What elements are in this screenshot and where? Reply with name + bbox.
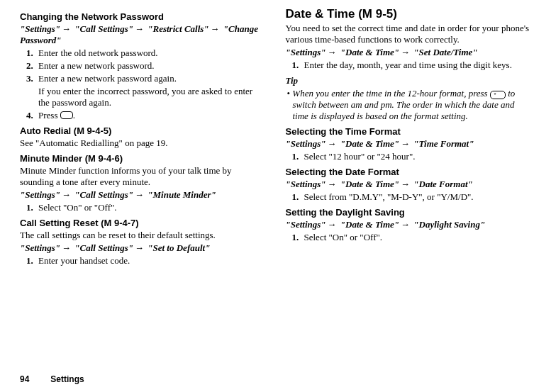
arrow-icon: → <box>399 47 411 57</box>
path-seg: "Time Format" <box>413 138 474 149</box>
step: Enter a new network password. <box>35 60 266 72</box>
page-footer: 94Settings <box>20 374 84 384</box>
path-seg: "Date & Time" <box>340 179 399 189</box>
heading-date-format: Selecting the Date Format <box>286 167 532 177</box>
footer-section: Settings <box>50 374 84 384</box>
heading-auto-redial: Auto Redial (M 9-4-5) <box>20 125 266 136</box>
path-seg: "Set to Default" <box>148 242 210 253</box>
path-seg: "Date & Time" <box>340 47 399 57</box>
step-text: Press <box>38 110 60 121</box>
body-auto-redial: See "Automatic Redialling" on page 19. <box>20 138 266 149</box>
path-seg: "Daylight Saving" <box>413 219 485 230</box>
tip-body: • When you enter the time in the 12-hour… <box>286 88 532 122</box>
step: Select "On" or "Off". <box>301 232 532 243</box>
intro-date-time: You need to set the correct time and dat… <box>286 23 532 45</box>
arrow-icon: → <box>60 189 72 200</box>
heading-text: Auto Redial <box>20 125 74 136</box>
path-seg: "Settings" <box>20 242 60 253</box>
menu-code: (M 9-4-5) <box>74 125 111 136</box>
heading-minute-minder: Minute Minder (M 9-4-6) <box>20 153 266 164</box>
step: Select from "D.M.Y", "M-D-Y", or "Y/M/D"… <box>301 191 532 203</box>
step-text: Enter a new network password again. <box>38 73 177 84</box>
path-seg: "Date & Time" <box>340 138 399 149</box>
path-seg: "Call Settings" <box>74 23 133 34</box>
arrow-icon: → <box>60 23 72 34</box>
steps-change-password: Enter the old network password. Enter a … <box>20 47 266 121</box>
step-text: . <box>73 110 75 121</box>
arrow-icon: → <box>399 138 411 149</box>
path-seg: "Call Settings" <box>74 242 133 253</box>
steps-set-datetime: Enter the day, month, year and time usin… <box>286 60 532 71</box>
steps-minute-minder: Select "On" or "Off". <box>20 202 266 213</box>
path-seg: "Set Date/Time" <box>413 47 477 57</box>
heading-text: Minute Minder <box>20 153 85 164</box>
tip-heading: Tip <box>286 75 532 86</box>
path-seg: "Settings" <box>20 189 60 200</box>
steps-date-format: Select from "D.M.Y", "M-D-Y", or "Y/M/D"… <box>286 191 532 203</box>
path-seg: "Settings" <box>20 23 60 34</box>
steps-daylight-saving: Select "On" or "Off". <box>286 232 532 243</box>
body-call-setting-reset: The call settings can be reset to their … <box>20 230 266 241</box>
heading-change-password: Changing the Network Password <box>20 11 266 22</box>
heading-text: Date & Time <box>286 7 359 21</box>
step: Enter the day, month, year and time usin… <box>301 60 532 71</box>
step: Select "12 hour" or "24 hour". <box>301 151 532 162</box>
path-seg: "Settings" <box>286 179 326 189</box>
arrow-icon: → <box>326 179 338 189</box>
path-call-setting-reset: "Settings"→ "Call Settings"→ "Set to Def… <box>20 242 266 254</box>
arrow-icon: → <box>399 179 411 189</box>
path-seg: "Restrict Calls" <box>148 23 208 34</box>
body-minute-minder: Minute Minder function informs you of yo… <box>20 165 266 188</box>
path-seg: "Settings" <box>286 219 326 230</box>
arrow-icon: → <box>399 219 411 230</box>
path-set-datetime: "Settings"→ "Date & Time"→ "Set Date/Tim… <box>286 47 532 58</box>
tip-text: When you enter the time in the 12-hour f… <box>292 88 490 99</box>
step: Enter your handset code. <box>35 255 266 267</box>
path-seg: "Settings" <box>286 138 326 149</box>
menu-code: (M 9-4-7) <box>101 218 138 228</box>
arrow-icon: → <box>326 47 338 57</box>
menu-code: (M 9-5) <box>358 7 397 21</box>
step: Enter a new network password again. If y… <box>35 73 266 108</box>
menu-code: (M 9-4-6) <box>85 153 123 164</box>
path-date-format: "Settings"→ "Date & Time"→ "Date Format" <box>286 179 532 190</box>
step-note: If you enter the incorrect password, you… <box>38 86 266 108</box>
path-change-password: "Settings"→ "Call Settings"→ "Restrict C… <box>20 23 266 46</box>
step: Press . <box>35 110 266 121</box>
steps-call-setting-reset: Enter your handset code. <box>20 255 266 267</box>
path-minute-minder: "Settings"→ "Call Settings"→ "Minute Min… <box>20 189 266 201</box>
arrow-icon: → <box>60 242 72 253</box>
path-seg: "Call Settings" <box>74 189 133 200</box>
heading-date-time: Date & Time (M 9-5) <box>286 7 532 21</box>
arrow-icon: → <box>209 23 221 34</box>
path-seg: "Date Format" <box>413 179 472 189</box>
arrow-icon: → <box>326 138 338 149</box>
softkey-icon <box>60 111 73 119</box>
arrow-icon: → <box>133 23 145 34</box>
path-time-format: "Settings"→ "Date & Time"→ "Time Format" <box>286 138 532 150</box>
arrow-icon: → <box>326 219 338 230</box>
steps-time-format: Select "12 hour" or "24 hour". <box>286 151 532 162</box>
arrow-icon: → <box>133 242 145 253</box>
path-daylight-saving: "Settings"→ "Date & Time"→ "Daylight Sav… <box>286 219 532 230</box>
path-seg: "Settings" <box>286 47 326 57</box>
heading-time-format: Selecting the Time Format <box>286 126 532 137</box>
path-seg: "Minute Minder" <box>148 189 216 200</box>
path-seg: "Date & Time" <box>340 219 399 230</box>
star-key-icon: * <box>490 91 506 99</box>
heading-daylight-saving: Setting the Daylight Saving <box>286 207 532 218</box>
heading-text: Call Setting Reset <box>20 218 101 228</box>
arrow-icon: → <box>133 189 145 200</box>
page-number: 94 <box>20 374 29 384</box>
step: Enter the old network password. <box>35 47 266 59</box>
heading-call-setting-reset: Call Setting Reset (M 9-4-7) <box>20 218 266 228</box>
step: Select "On" or "Off". <box>35 202 266 213</box>
